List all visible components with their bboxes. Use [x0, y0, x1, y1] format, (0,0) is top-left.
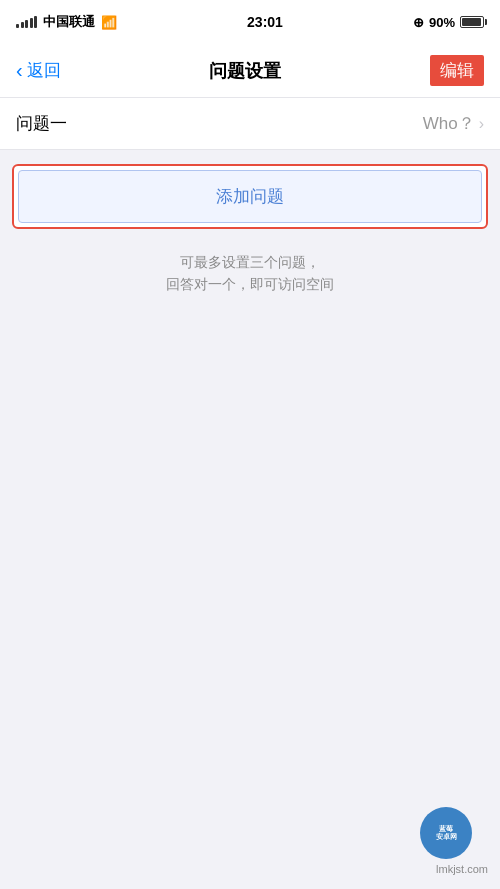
content-area: 问题一 Who？ › 添加问题 可最多设置三个问题， 回答对一个，即可访问空间: [0, 98, 500, 304]
status-time: 23:01: [247, 14, 283, 30]
hint-line-1: 可最多设置三个问题，: [16, 251, 484, 273]
question-one-row[interactable]: 问题一 Who？ ›: [0, 98, 500, 150]
add-question-container: 添加问题: [12, 164, 488, 229]
wifi-icon: 📶: [101, 15, 117, 30]
edit-button[interactable]: 编辑: [430, 55, 484, 86]
status-bar: 中国联通 📶 23:01 ⊕ 90%: [0, 0, 500, 44]
nav-bar: ‹ 返回 问题设置 编辑: [0, 44, 500, 98]
hint-line-2: 回答对一个，即可访问空间: [16, 273, 484, 295]
watermark-url: lmkjst.com: [436, 863, 488, 875]
hint-text: 可最多设置三个问题， 回答对一个，即可访问空间: [0, 243, 500, 304]
battery-percent: 90%: [429, 15, 455, 30]
location-icon: ⊕: [413, 15, 424, 30]
battery-icon: [460, 16, 484, 28]
signal-icon: [16, 16, 37, 28]
back-chevron-icon: ‹: [16, 59, 23, 82]
watermark-area: lmkjst.com 蓝莓 安卓网: [436, 863, 488, 875]
page-title: 问题设置: [209, 59, 281, 83]
chevron-right-icon: ›: [479, 115, 484, 133]
question-one-value: Who？ ›: [423, 112, 484, 135]
watermark-logo: 蓝莓 安卓网: [420, 807, 472, 859]
status-left: 中国联通 📶: [16, 13, 117, 31]
back-label: 返回: [27, 59, 61, 82]
carrier-label: 中国联通: [43, 13, 95, 31]
question-one-label: 问题一: [16, 112, 67, 135]
question-one-answer: Who？: [423, 112, 475, 135]
add-question-button[interactable]: 添加问题: [18, 170, 482, 223]
status-right: ⊕ 90%: [413, 15, 484, 30]
back-button[interactable]: ‹ 返回: [16, 59, 61, 82]
